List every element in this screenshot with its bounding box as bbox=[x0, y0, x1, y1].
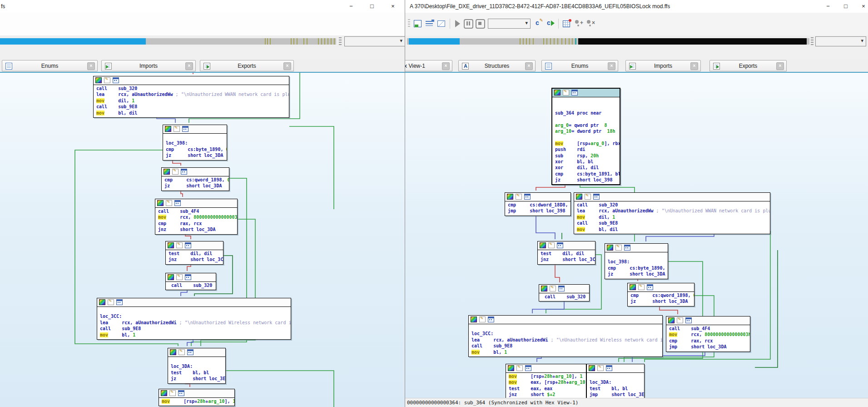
node-header[interactable] bbox=[666, 317, 750, 325]
graph-node-loc-3cc[interactable]: loc_3CC:lea rcx, aUnauthorizedWi ; "\nUn… bbox=[468, 315, 663, 357]
left-band-combobox[interactable] bbox=[344, 36, 405, 46]
node-palette-icon[interactable] bbox=[168, 242, 174, 248]
node-edit-icon[interactable] bbox=[638, 284, 645, 290]
right-band-combobox[interactable] bbox=[815, 36, 866, 46]
close-button[interactable]: × bbox=[858, 1, 868, 12]
node-palette-icon[interactable] bbox=[630, 284, 636, 290]
right-graph-view[interactable]: sub_364 proc neararg_0= qword ptr 8arg_1… bbox=[405, 73, 868, 398]
right-band-splitter[interactable] bbox=[811, 37, 813, 45]
node-palette-icon[interactable] bbox=[508, 365, 514, 371]
node-header[interactable] bbox=[97, 298, 291, 307]
node-frame-icon[interactable] bbox=[525, 365, 531, 371]
right-titlebar[interactable]: A 370\Desktop\File_DXE_driver_11D378C2-B… bbox=[405, 0, 868, 13]
right-navigation-band[interactable] bbox=[407, 38, 809, 45]
left-graph-view[interactable]: call sub_320lea rcx, aUnauthorizedWw ; "… bbox=[0, 73, 405, 407]
node-frame-icon[interactable] bbox=[182, 126, 188, 132]
graph-node-loc-3da[interactable]: loc_3DA:test bl, bljmp short loc_3EE bbox=[586, 364, 645, 398]
node-header[interactable] bbox=[505, 193, 570, 201]
tab-enums[interactable]: Enums× bbox=[2, 60, 98, 71]
graph-node-call-320[interactable]: call sub_320 bbox=[539, 284, 590, 301]
quick-view-icon[interactable] bbox=[413, 19, 423, 29]
node-edit-icon[interactable] bbox=[174, 126, 180, 132]
graph-node-loc-3da[interactable]: loc_3DA:test bl, bljz short loc_3EE bbox=[168, 348, 226, 384]
node-header[interactable] bbox=[506, 364, 586, 373]
node-edit-icon[interactable] bbox=[548, 242, 555, 248]
node-palette-icon[interactable] bbox=[165, 126, 171, 132]
step-c-icon[interactable] bbox=[533, 19, 543, 29]
tab-structures[interactable]: Structures× bbox=[458, 60, 536, 71]
tab-exports[interactable]: Exports× bbox=[709, 60, 787, 71]
graph-node-loc-3cc[interactable]: loc_3CC:lea rcx, aUnauthorizedWi ; "\nUn… bbox=[97, 298, 291, 340]
minimize-button[interactable]: − bbox=[345, 1, 357, 12]
node-frame-icon[interactable] bbox=[524, 194, 531, 200]
graph-node-wwan-msg[interactable]: call sub_320lea rcx, aUnauthorizedWw ; "… bbox=[574, 192, 770, 234]
tab-close-button[interactable]: × bbox=[283, 62, 291, 70]
node-palette-icon[interactable] bbox=[540, 242, 546, 248]
node-frame-icon[interactable] bbox=[185, 242, 191, 248]
left-titlebar[interactable]: fs − □ × bbox=[0, 0, 405, 13]
tab-enums[interactable]: Enums× bbox=[541, 60, 618, 71]
graph-overview-icon[interactable] bbox=[436, 19, 446, 29]
node-palette-icon[interactable] bbox=[99, 299, 105, 305]
node-header[interactable] bbox=[538, 241, 595, 250]
node-edit-icon[interactable] bbox=[585, 194, 591, 200]
left-band-splitter[interactable] bbox=[339, 37, 342, 45]
tab-close-button[interactable]: × bbox=[690, 62, 698, 70]
node-edit-icon[interactable] bbox=[179, 349, 185, 355]
node-palette-icon[interactable] bbox=[541, 286, 547, 291]
node-edit-icon[interactable] bbox=[176, 242, 183, 248]
node-edit-icon[interactable] bbox=[597, 365, 604, 371]
node-edit-icon[interactable] bbox=[169, 390, 176, 396]
graph-node-loc-398[interactable]: loc_398:cmp cs:byte_1890, 0jz short loc_… bbox=[163, 125, 227, 161]
node-frame-icon[interactable] bbox=[558, 286, 565, 291]
node-edit-icon[interactable] bbox=[172, 169, 179, 175]
node-frame-icon[interactable] bbox=[593, 194, 600, 200]
node-header[interactable] bbox=[159, 389, 234, 398]
node-frame-icon[interactable] bbox=[116, 299, 123, 305]
tab-close-button[interactable]: × bbox=[776, 62, 784, 70]
node-frame-icon[interactable] bbox=[187, 349, 193, 355]
maximize-button[interactable]: □ bbox=[366, 1, 378, 12]
node-palette-icon[interactable] bbox=[161, 390, 167, 396]
node-header[interactable] bbox=[539, 285, 589, 293]
node-palette-icon[interactable] bbox=[164, 169, 170, 175]
graph-node-dword-check[interactable]: cmp cs:dword_18D8, 2jmp short loc_398 bbox=[505, 192, 571, 216]
close-button[interactable]: × bbox=[387, 1, 399, 12]
node-edit-icon[interactable] bbox=[550, 286, 556, 291]
node-frame-icon[interactable] bbox=[178, 390, 184, 396]
node-frame-icon[interactable] bbox=[181, 169, 187, 175]
graph-node-wwan-msg[interactable]: call sub_320lea rcx, aUnauthorizedWw ; "… bbox=[93, 76, 289, 118]
node-frame-icon[interactable] bbox=[113, 77, 119, 83]
database-icon[interactable] bbox=[562, 19, 572, 29]
tab-close-button[interactable]: × bbox=[185, 62, 193, 70]
toolbar-drag-handle[interactable] bbox=[408, 19, 410, 28]
node-palette-icon[interactable] bbox=[576, 194, 582, 200]
node-header[interactable] bbox=[168, 348, 225, 357]
node-frame-icon[interactable] bbox=[488, 317, 494, 322]
tab-x-view-1[interactable]: x View-1× bbox=[405, 60, 452, 71]
node-palette-icon[interactable] bbox=[668, 317, 675, 323]
node-edit-icon[interactable] bbox=[516, 365, 523, 371]
graph-node-sub-364-entry[interactable]: sub_364 proc neararg_0= qword ptr 8arg_1… bbox=[551, 88, 620, 185]
tab-imports[interactable]: Imports× bbox=[101, 60, 196, 71]
tab-exports[interactable]: Exports× bbox=[200, 60, 294, 71]
node-header[interactable] bbox=[605, 244, 668, 252]
node-palette-icon[interactable] bbox=[168, 274, 174, 280]
tab-close-button[interactable]: × bbox=[87, 62, 95, 70]
left-navigation-band[interactable] bbox=[0, 38, 336, 45]
node-frame-icon[interactable] bbox=[185, 274, 191, 280]
node-palette-icon[interactable] bbox=[471, 317, 477, 322]
node-edit-icon[interactable] bbox=[108, 299, 114, 305]
maximize-button[interactable]: □ bbox=[840, 1, 852, 12]
node-edit-icon[interactable] bbox=[166, 200, 172, 206]
node-palette-icon[interactable] bbox=[157, 200, 164, 206]
node-palette-icon[interactable] bbox=[589, 365, 595, 371]
node-header[interactable] bbox=[163, 125, 227, 134]
graph-node-arg10-store[interactable]: mov [rsp+28h+arg_10], 1 bbox=[159, 389, 235, 406]
stop-icon[interactable] bbox=[475, 19, 485, 29]
tab-close-button[interactable]: × bbox=[608, 62, 615, 70]
watch-add-icon[interactable] bbox=[574, 19, 584, 29]
graph-node-call-320[interactable]: call sub_320 bbox=[165, 273, 216, 290]
node-frame-icon[interactable] bbox=[174, 200, 181, 206]
node-header[interactable] bbox=[552, 89, 620, 97]
